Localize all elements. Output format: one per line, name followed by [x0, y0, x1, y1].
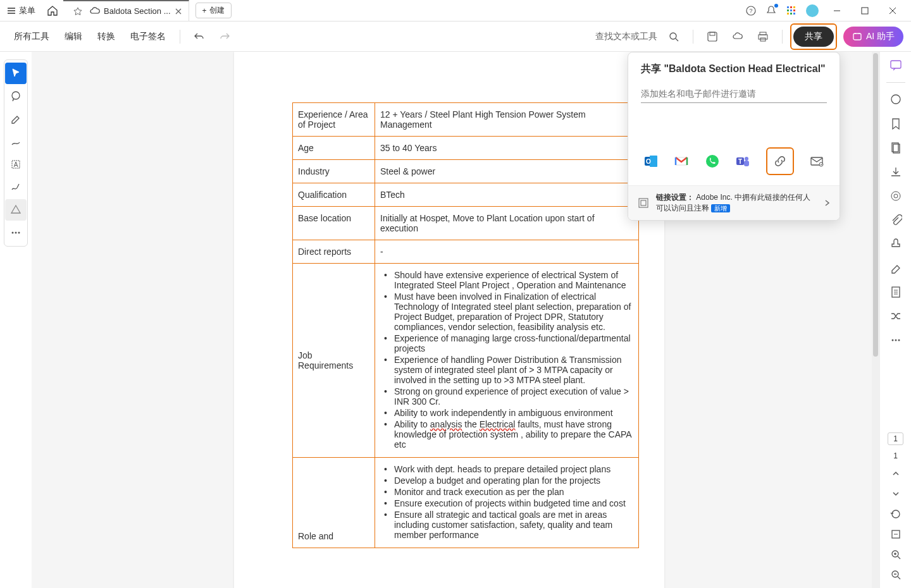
- scrollbar[interactable]: [872, 52, 879, 588]
- more-icon: [10, 227, 22, 238]
- esign-button[interactable]: 电子签名: [124, 27, 172, 46]
- minimize-button[interactable]: [827, 7, 846, 15]
- ai-assistant-button[interactable]: AI 助手: [843, 27, 903, 47]
- rotate-button[interactable]: [889, 507, 903, 521]
- svg-point-38: [891, 95, 900, 104]
- sign-tool[interactable]: [5, 176, 27, 198]
- svg-point-41: [891, 192, 900, 200]
- svg-rect-6: [790, 9, 792, 11]
- home-button[interactable]: [42, 5, 63, 16]
- cursor-icon: [10, 68, 22, 79]
- create-tab-button[interactable]: + 创建: [195, 3, 232, 18]
- cell-label: Experience / Area of Project: [293, 103, 375, 137]
- panel-shuffle-button[interactable]: [889, 309, 903, 323]
- comment-tool[interactable]: [5, 85, 27, 107]
- attach-icon: [889, 214, 902, 226]
- invite-input[interactable]: [641, 85, 827, 103]
- more-tools[interactable]: [5, 222, 27, 243]
- close-window-button[interactable]: [883, 7, 902, 15]
- zoom-out-button[interactable]: [889, 568, 903, 582]
- share-button-highlight: 共享: [790, 23, 837, 50]
- redo-icon: [219, 31, 230, 42]
- scroll-thumb[interactable]: [873, 53, 878, 357]
- popup-title: 共享 "Baldota Section Head Electrical": [641, 63, 827, 76]
- panel-more-button[interactable]: [889, 333, 903, 347]
- plus-icon: +: [202, 6, 207, 15]
- maximize-button[interactable]: [855, 7, 874, 15]
- search-label[interactable]: 查找文本或工具: [595, 31, 657, 42]
- teams-share-button[interactable]: T: [735, 154, 750, 169]
- cell-label: Industry: [293, 160, 375, 183]
- text-tool[interactable]: A: [5, 154, 27, 175]
- comment-icon: [10, 90, 22, 102]
- convert-button[interactable]: 转换: [91, 27, 121, 46]
- user-avatar[interactable]: [806, 4, 819, 17]
- svg-rect-36: [641, 200, 646, 205]
- panel-target-button[interactable]: [889, 189, 903, 203]
- bullet-item: Ensure execution of projects within budg…: [380, 498, 633, 508]
- new-badge: 新增: [711, 204, 730, 212]
- copy-link-button[interactable]: [772, 154, 788, 169]
- tab-close-button[interactable]: [175, 8, 182, 15]
- bullet-item: Experience of managing large cross-funct…: [380, 333, 633, 353]
- zoom-in-button[interactable]: [889, 548, 903, 561]
- fit-button[interactable]: [889, 527, 903, 541]
- print-button[interactable]: [753, 27, 773, 47]
- link-settings-expand[interactable]: [823, 199, 831, 207]
- help-button[interactable]: ?: [745, 5, 757, 16]
- whatsapp-share-button[interactable]: [705, 154, 720, 169]
- panel-bookmarks-button[interactable]: [889, 117, 903, 131]
- document-canvas[interactable]: Experience / Area of Project12 + Years /…: [32, 52, 879, 588]
- highlight-tool[interactable]: [5, 108, 27, 130]
- svg-rect-37: [891, 61, 901, 68]
- all-tools-button[interactable]: 所有工具: [8, 27, 56, 46]
- panel-export-button[interactable]: [889, 165, 903, 179]
- search-button[interactable]: [664, 27, 684, 47]
- gmail-share-button[interactable]: [674, 154, 689, 169]
- cell-label: Job Requirements: [293, 264, 375, 458]
- bullet-item: Must have been involved in Finalization …: [380, 291, 633, 332]
- document-tab[interactable]: Baldota Section ...: [63, 0, 189, 21]
- redo-button[interactable]: [214, 27, 235, 47]
- panel-chat-button[interactable]: [889, 58, 903, 72]
- star-button[interactable]: [70, 7, 86, 16]
- share-popup: 共享 "Baldota Section Head Electrical" O T…: [628, 52, 840, 221]
- panel-erase-button[interactable]: [889, 261, 903, 275]
- shape-tool[interactable]: [5, 199, 27, 221]
- share-button[interactable]: 共享: [793, 27, 834, 47]
- notifications-button[interactable]: [765, 5, 777, 16]
- svg-point-45: [895, 340, 896, 341]
- select-tool[interactable]: [5, 63, 27, 84]
- bullet-item: Ensure all strategic and tactical goals …: [380, 510, 633, 540]
- draw-tool[interactable]: [5, 131, 27, 152]
- apps-button[interactable]: [786, 5, 797, 16]
- edit-button[interactable]: 编辑: [58, 27, 89, 46]
- save-button[interactable]: [702, 27, 722, 47]
- more-icon: [889, 334, 902, 346]
- undo-button[interactable]: [189, 27, 209, 47]
- panel-attach-button[interactable]: [889, 213, 903, 227]
- star-icon: [73, 7, 82, 16]
- chevron-up-icon: [891, 469, 900, 478]
- menu-button[interactable]: 菜单: [0, 0, 42, 21]
- home-icon: [47, 5, 58, 16]
- panel-pages-button[interactable]: [889, 141, 903, 155]
- cloud-icon: [732, 31, 743, 42]
- document-table: Experience / Area of Project12 + Years /…: [292, 102, 639, 548]
- page-down-button[interactable]: [889, 487, 903, 501]
- copy-link-highlight: [766, 147, 794, 175]
- svg-point-46: [898, 340, 900, 341]
- panel-comments-button[interactable]: [889, 93, 903, 107]
- link-settings-row[interactable]: 链接设置： Adobe Inc. 中拥有此链接的任何人可以访问且注释 新增: [628, 185, 840, 220]
- outlook-icon: O: [643, 154, 659, 169]
- mail-share-button[interactable]: [809, 154, 824, 169]
- page-up-button[interactable]: [889, 467, 903, 481]
- hamburger-icon: [6, 6, 16, 16]
- cloud-button[interactable]: [728, 27, 748, 47]
- panel-doc-button[interactable]: [889, 285, 903, 299]
- outlook-share-button[interactable]: O: [643, 154, 659, 169]
- page-current-input[interactable]: 1: [888, 432, 903, 445]
- left-sidebar: A: [0, 52, 32, 588]
- whatsapp-icon: [705, 154, 720, 169]
- panel-stamp-button[interactable]: [889, 237, 903, 251]
